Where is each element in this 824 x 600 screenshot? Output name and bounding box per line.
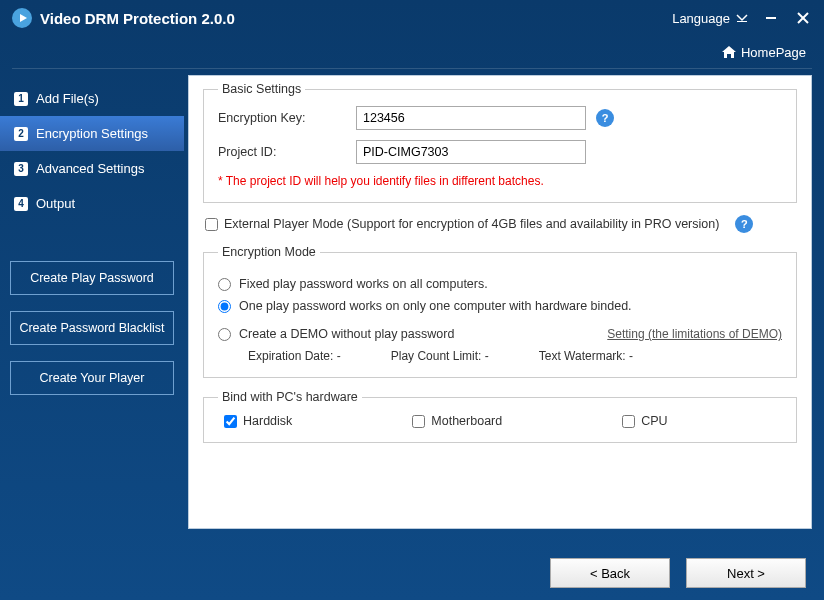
bind-hardware-group: Bind with PC's hardware Harddisk Motherb…: [203, 390, 797, 443]
nav-encryption-settings[interactable]: 2 Encryption Settings: [0, 116, 184, 151]
language-menu[interactable]: Language: [672, 11, 748, 26]
demo-settings-link[interactable]: Setting (the limitations of DEMO): [607, 327, 782, 341]
nav-badge: 2: [14, 127, 28, 141]
nav-badge: 1: [14, 92, 28, 106]
cpu-label: CPU: [641, 414, 667, 428]
expiration-date-value: Expiration Date: -: [248, 349, 341, 363]
back-button[interactable]: < Back: [550, 558, 670, 588]
bind-hardware-legend: Bind with PC's hardware: [218, 390, 362, 404]
mode-one-radio[interactable]: [218, 300, 231, 313]
encryption-key-label: Encryption Key:: [218, 111, 356, 125]
nav-badge: 4: [14, 197, 28, 211]
nav-badge: 3: [14, 162, 28, 176]
create-your-player-button[interactable]: Create Your Player: [10, 361, 174, 395]
motherboard-checkbox[interactable]: [412, 415, 425, 428]
sidebar: 1 Add File(s) 2 Encryption Settings 3 Ad…: [0, 75, 184, 529]
close-button[interactable]: [794, 9, 812, 27]
app-icon: [12, 8, 32, 28]
project-id-input[interactable]: [356, 140, 586, 164]
create-password-blacklist-button[interactable]: Create Password Blacklist: [10, 311, 174, 345]
basic-settings-legend: Basic Settings: [218, 82, 305, 96]
mode-demo-radio[interactable]: [218, 328, 231, 341]
next-button[interactable]: Next >: [686, 558, 806, 588]
basic-settings-group: Basic Settings Encryption Key: ? Project…: [203, 82, 797, 203]
encryption-mode-group: Encryption Mode Fixed play password work…: [203, 245, 797, 378]
create-play-password-button[interactable]: Create Play Password: [10, 261, 174, 295]
mode-one-label: One play password works on only one comp…: [239, 299, 632, 313]
mode-fixed-radio[interactable]: [218, 278, 231, 291]
close-icon: [796, 11, 810, 25]
mode-demo-label: Create a DEMO without play password: [239, 327, 454, 341]
external-player-checkbox[interactable]: [205, 218, 218, 231]
help-icon[interactable]: ?: [735, 215, 753, 233]
help-icon[interactable]: ?: [596, 109, 614, 127]
nav-label: Encryption Settings: [36, 126, 148, 141]
homepage-label: HomePage: [741, 45, 806, 60]
text-watermark-value: Text Watermark: -: [539, 349, 633, 363]
external-player-label: External Player Mode (Support for encryp…: [224, 217, 719, 231]
language-label: Language: [672, 11, 730, 26]
harddisk-checkbox[interactable]: [224, 415, 237, 428]
motherboard-label: Motherboard: [431, 414, 502, 428]
home-icon: [721, 45, 737, 59]
project-id-label: Project ID:: [218, 145, 356, 159]
chevron-down-icon: [736, 13, 748, 23]
nav-advanced-settings[interactable]: 3 Advanced Settings: [0, 151, 184, 186]
encryption-mode-legend: Encryption Mode: [218, 245, 320, 259]
nav-add-files[interactable]: 1 Add File(s): [0, 81, 184, 116]
homepage-link[interactable]: HomePage: [721, 45, 806, 60]
nav-label: Output: [36, 196, 75, 211]
nav-output[interactable]: 4 Output: [0, 186, 184, 221]
app-title: Video DRM Protection 2.0.0: [40, 10, 672, 27]
nav-label: Advanced Settings: [36, 161, 144, 176]
mode-fixed-label: Fixed play password works on all compute…: [239, 277, 488, 291]
harddisk-label: Harddisk: [243, 414, 292, 428]
play-count-limit-value: Play Count Limit: -: [391, 349, 489, 363]
minimize-button[interactable]: [762, 9, 780, 27]
minimize-icon: [764, 11, 778, 25]
encryption-key-input[interactable]: [356, 106, 586, 130]
content-panel: Basic Settings Encryption Key: ? Project…: [188, 75, 812, 529]
project-id-note: * The project ID will help you identify …: [218, 174, 782, 188]
nav-label: Add File(s): [36, 91, 99, 106]
cpu-checkbox[interactable]: [622, 415, 635, 428]
